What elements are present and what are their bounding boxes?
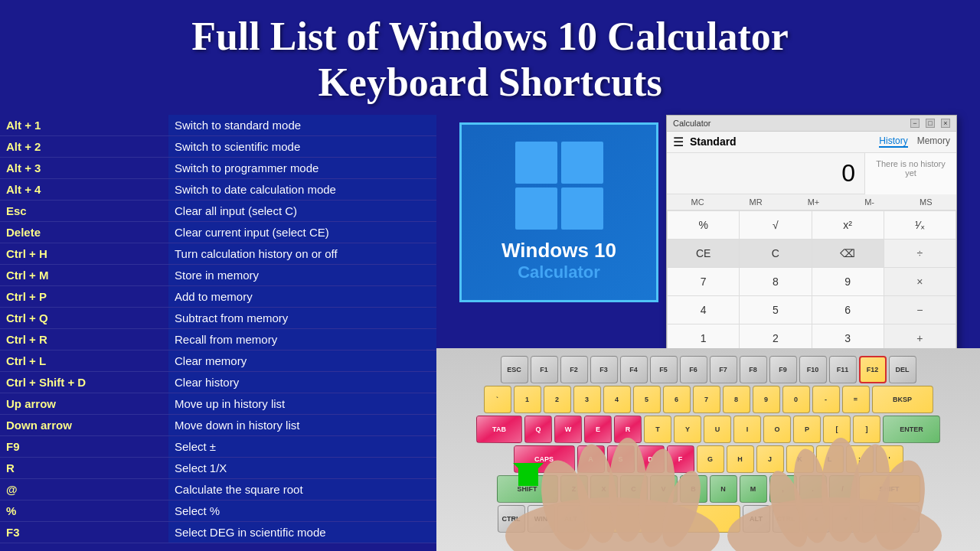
- shortcut-desc: Switch to scientific mode: [168, 136, 436, 157]
- shortcut-row: Alt + 4Switch to date calculation mode: [0, 179, 436, 201]
- shortcut-key: Down arrow: [0, 415, 168, 435]
- shortcut-desc: Move up in history list: [168, 393, 436, 414]
- key-f5[interactable]: F5: [650, 356, 678, 383]
- shortcut-row: Down arrowMove down in history list: [0, 415, 436, 436]
- calc-area: Windows 10 Calculator Calculator − □ × ☰…: [436, 115, 980, 348]
- shortcut-key: @: [0, 479, 168, 500]
- calc-btn-x[interactable]: √: [740, 211, 811, 239]
- shortcut-key: Ctrl + H: [0, 243, 168, 264]
- shortcut-desc: Move down in history list: [168, 415, 436, 435]
- shortcut-desc: Store in memory: [168, 265, 436, 285]
- shortcut-row: Alt + 3Switch to programmer mode: [0, 158, 436, 179]
- mc-button[interactable]: MC: [691, 197, 704, 207]
- calc-memory-row: MC MR M+ M- MS: [667, 194, 956, 210]
- calc-btn-C[interactable]: C: [740, 240, 811, 267]
- calculator-window: Calculator − □ × ☰ Standard History Memo…: [666, 115, 957, 382]
- minimize-button[interactable]: −: [910, 119, 920, 128]
- right-panel: Windows 10 Calculator Calculator − □ × ☰…: [436, 115, 980, 551]
- key-f9[interactable]: F9: [769, 356, 797, 383]
- hands-image: [475, 406, 972, 551]
- tab-memory[interactable]: Memory: [917, 135, 950, 148]
- shortcut-row: Up arrowMove up in history list: [0, 393, 436, 415]
- shortcut-desc: Add to memory: [168, 286, 436, 307]
- key-f2[interactable]: F2: [560, 356, 588, 383]
- windows-logo-box: Windows 10 Calculator: [459, 122, 658, 302]
- shortcut-row: Ctrl + Shift + DClear history: [0, 372, 436, 393]
- shortcut-row: %Select %: [0, 500, 436, 522]
- shortcut-row: Ctrl + HTurn calculation history on or o…: [0, 243, 436, 265]
- shortcut-key: F3: [0, 522, 168, 543]
- calc-btn-9[interactable]: 9: [812, 268, 884, 295]
- calc-display-area: 0 There is no history yet: [667, 153, 956, 194]
- hamburger-icon[interactable]: ☰: [673, 135, 684, 149]
- main-layout: Alt + 1Switch to standard modeAlt + 2Swi…: [0, 115, 980, 551]
- maximize-button[interactable]: □: [926, 119, 935, 128]
- key-f8[interactable]: F8: [740, 356, 767, 383]
- calc-btn-x[interactable]: %: [668, 211, 739, 239]
- calc-btn-xxx[interactable]: ¹⁄ₓ: [884, 211, 956, 239]
- kb-row-func: ESC F1 F2 F3 F4 F5 F6 F7 F8 F9 F10 F11 F…: [444, 356, 972, 383]
- calc-mode: Standard: [690, 135, 879, 148]
- win-pane-2: [561, 142, 603, 184]
- shortcut-row: Ctrl + MStore in memory: [0, 265, 436, 286]
- shortcut-key: Ctrl + Q: [0, 308, 168, 328]
- shortcut-key: Up arrow: [0, 393, 168, 414]
- calc-btn-5[interactable]: 5: [740, 296, 811, 324]
- win-pane-3: [515, 187, 557, 230]
- win-pane-1: [515, 142, 557, 184]
- calc-btn-x[interactable]: ⌫: [812, 240, 884, 267]
- mminus-button[interactable]: M-: [864, 197, 874, 207]
- calc-titlebar: Calculator − □ ×: [667, 116, 956, 132]
- calc-btn-CE[interactable]: CE: [668, 240, 739, 267]
- calc-btn-x[interactable]: −: [884, 296, 956, 324]
- key-f12[interactable]: F12: [859, 356, 887, 383]
- calc-btn-xx[interactable]: x²: [812, 211, 884, 239]
- key-f10[interactable]: F10: [799, 356, 827, 383]
- win-calc-label: Calculator: [518, 262, 600, 282]
- close-button[interactable]: ×: [941, 119, 950, 128]
- shortcut-row: RSelect 1/X: [0, 458, 436, 479]
- shortcut-key: Alt + 3: [0, 158, 168, 178]
- shortcut-desc: Switch to programmer mode: [168, 158, 436, 178]
- calc-btn-4[interactable]: 4: [668, 296, 739, 324]
- key-del[interactable]: DEL: [889, 356, 916, 383]
- win10-label: Windows 10: [501, 239, 616, 262]
- key-f4[interactable]: F4: [620, 356, 648, 383]
- shortcut-key: %: [0, 500, 168, 521]
- key-f11[interactable]: F11: [829, 356, 857, 383]
- calc-btn-6[interactable]: 6: [812, 296, 884, 324]
- shortcut-row: Ctrl + QSubtract from memory: [0, 308, 436, 329]
- key-esc[interactable]: ESC: [501, 356, 528, 383]
- shortcut-key: Alt + 4: [0, 179, 168, 200]
- shortcut-desc: Switch to standard mode: [168, 115, 436, 135]
- shortcut-desc: Switch to date calculation mode: [168, 179, 436, 200]
- key-f6[interactable]: F6: [680, 356, 707, 383]
- shortcut-key: Delete: [0, 222, 168, 243]
- calc-tabs: History Memory: [879, 135, 950, 148]
- key-f1[interactable]: F1: [531, 356, 558, 383]
- calc-header: ☰ Standard History Memory: [667, 132, 956, 153]
- keyboard-area: ESC F1 F2 F3 F4 F5 F6 F7 F8 F9 F10 F11 F…: [436, 348, 980, 551]
- mplus-button[interactable]: M+: [808, 197, 820, 207]
- calc-btn-x[interactable]: ×: [884, 268, 956, 295]
- keyboard-visual: ESC F1 F2 F3 F4 F5 F6 F7 F8 F9 F10 F11 F…: [436, 348, 980, 551]
- calc-btn-x[interactable]: ÷: [884, 240, 956, 267]
- shortcut-desc: Turn calculation history on or off: [168, 243, 436, 264]
- shortcut-key: Ctrl + R: [0, 329, 168, 350]
- calc-btn-7[interactable]: 7: [668, 268, 739, 295]
- key-f7[interactable]: F7: [710, 356, 737, 383]
- shortcut-key: Ctrl + L: [0, 350, 168, 371]
- shortcut-row: F9Select ±: [0, 436, 436, 458]
- shortcut-key: Alt + 1: [0, 115, 168, 135]
- shortcut-key: Alt + 2: [0, 136, 168, 157]
- shortcut-row: Ctrl + LClear memory: [0, 350, 436, 372]
- key-f3[interactable]: F3: [590, 356, 618, 383]
- shortcut-row: Alt + 2Switch to scientific mode: [0, 136, 436, 158]
- tab-history[interactable]: History: [879, 135, 907, 148]
- ms-button[interactable]: MS: [920, 197, 933, 207]
- calc-btn-8[interactable]: 8: [740, 268, 811, 295]
- calc-history-panel: There is no history yet: [864, 153, 956, 194]
- mr-button[interactable]: MR: [750, 197, 763, 207]
- shortcut-row: DeleteClear current input (select CE): [0, 222, 436, 243]
- title-section: Full List of Windows 10 Calculator Keybo…: [0, 0, 980, 115]
